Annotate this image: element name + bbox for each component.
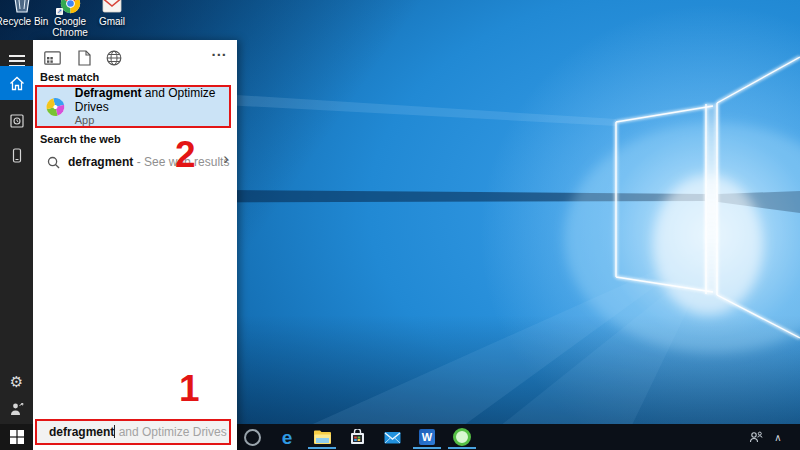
best-match-section-label: Best match bbox=[40, 71, 99, 83]
best-match-type: App bbox=[75, 114, 229, 127]
desktop-icon-label: Gmail bbox=[84, 16, 140, 27]
desktop-icon-gmail[interactable]: Gmail bbox=[84, 0, 140, 27]
filter-apps-icon[interactable] bbox=[43, 49, 61, 67]
cortana-icon[interactable] bbox=[242, 427, 262, 447]
word-icon[interactable]: W bbox=[417, 427, 437, 447]
defrag-app-icon bbox=[42, 92, 68, 120]
filter-web-globe-icon[interactable] bbox=[105, 49, 123, 67]
chevron-right-icon[interactable]: › bbox=[223, 149, 229, 169]
search-input-text: defragment and Optimize Drives bbox=[49, 425, 227, 439]
web-search-suggestion-text: defragment - See web results bbox=[68, 155, 229, 169]
best-match-title: Defragment and Optimize Drives bbox=[75, 86, 229, 114]
open-indicator-word bbox=[413, 447, 441, 449]
rail-home-icon[interactable] bbox=[0, 66, 33, 100]
show-hidden-icons-chevron[interactable]: ∧ bbox=[768, 427, 788, 447]
annotation-step-2: 2 bbox=[175, 137, 196, 173]
windows-desktop-screen: Recycle Bin ➚ Google Chrome Gmail bbox=[0, 0, 800, 450]
open-indicator-green-app bbox=[448, 447, 476, 449]
search-icon bbox=[47, 156, 60, 169]
filter-documents-icon[interactable] bbox=[75, 49, 93, 67]
search-flyout-panel: ... Best match Defragment and Optimize D… bbox=[33, 40, 237, 450]
green-app-icon[interactable] bbox=[452, 427, 472, 447]
start-button[interactable] bbox=[0, 424, 33, 450]
windows-logo-icon bbox=[10, 430, 24, 444]
people-icon[interactable] bbox=[746, 427, 766, 447]
file-explorer-icon[interactable] bbox=[312, 427, 332, 447]
gmail-icon bbox=[84, 0, 140, 14]
mail-icon[interactable] bbox=[382, 427, 402, 447]
taskbar-search-input[interactable]: defragment and Optimize Drives bbox=[35, 419, 231, 445]
search-flyout-rail: ⚙ bbox=[0, 40, 33, 450]
more-options-button[interactable]: ... bbox=[211, 42, 227, 59]
web-search-suggestion-row[interactable]: defragment - See web results bbox=[35, 146, 231, 178]
open-indicator-file-explorer bbox=[308, 447, 336, 449]
edge-icon[interactable]: e bbox=[277, 427, 297, 447]
shortcut-arrow-icon: ➚ bbox=[56, 8, 63, 15]
rail-feedback-person-icon[interactable] bbox=[0, 394, 33, 424]
microsoft-store-icon[interactable] bbox=[347, 427, 367, 447]
rail-notebook-icon[interactable] bbox=[0, 106, 33, 136]
rail-device-icon[interactable] bbox=[0, 140, 33, 170]
search-web-section-label: Search the web bbox=[40, 133, 121, 145]
annotation-step-1: 1 bbox=[179, 371, 200, 407]
best-match-result[interactable]: Defragment and Optimize Drives App bbox=[35, 85, 231, 128]
rail-settings-gear-icon[interactable]: ⚙ bbox=[0, 366, 33, 396]
